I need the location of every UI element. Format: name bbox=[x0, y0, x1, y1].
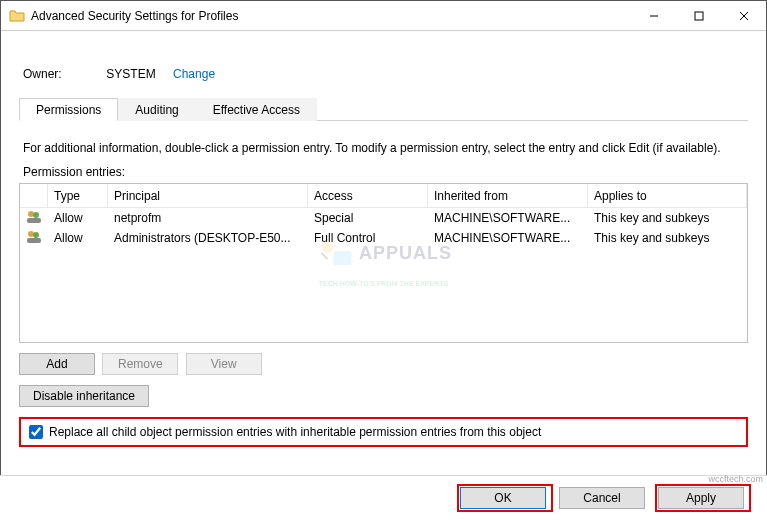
remove-button: Remove bbox=[102, 353, 178, 375]
grid-header[interactable]: Type Principal Access Inherited from App… bbox=[20, 184, 747, 208]
permissions-grid[interactable]: Type Principal Access Inherited from App… bbox=[19, 183, 748, 343]
ok-highlight: OK bbox=[457, 484, 553, 512]
minimize-button[interactable] bbox=[631, 1, 676, 30]
svg-point-1 bbox=[28, 211, 34, 217]
ok-button[interactable]: OK bbox=[460, 487, 546, 509]
user-group-icon bbox=[26, 229, 42, 245]
replace-entries-row[interactable]: Replace all child object permission entr… bbox=[19, 417, 748, 447]
close-button[interactable] bbox=[721, 1, 766, 30]
svg-rect-0 bbox=[695, 12, 703, 20]
user-group-icon bbox=[26, 209, 42, 225]
cell-principal: Administrators (DESKTOP-E50... bbox=[108, 231, 308, 245]
cell-inherited: MACHINE\SOFTWARE... bbox=[428, 231, 588, 245]
apply-button[interactable]: Apply bbox=[658, 487, 744, 509]
cell-applies: This key and subkeys bbox=[588, 231, 747, 245]
owner-value: SYSTEM bbox=[106, 67, 155, 81]
tab-strip: Permissions Auditing Effective Access bbox=[19, 97, 748, 121]
info-text: For additional information, double-click… bbox=[23, 141, 744, 155]
replace-entries-label: Replace all child object permission entr… bbox=[49, 425, 541, 439]
titlebar: Advanced Security Settings for Profiles bbox=[1, 1, 766, 31]
svg-rect-3 bbox=[27, 218, 41, 223]
table-row[interactable]: Allow Administrators (DESKTOP-E50... Ful… bbox=[20, 228, 747, 248]
owner-label: Owner: bbox=[23, 67, 103, 81]
maximize-button[interactable] bbox=[676, 1, 721, 30]
cell-type: Allow bbox=[48, 211, 108, 225]
cell-type: Allow bbox=[48, 231, 108, 245]
cancel-button[interactable]: Cancel bbox=[559, 487, 645, 509]
table-row[interactable]: Allow netprofm Special MACHINE\SOFTWARE.… bbox=[20, 208, 747, 228]
folder-icon bbox=[9, 8, 25, 24]
cell-applies: This key and subkeys bbox=[588, 211, 747, 225]
replace-entries-checkbox[interactable] bbox=[29, 425, 43, 439]
cell-principal: netprofm bbox=[108, 211, 308, 225]
source-watermark: wccftech.com bbox=[708, 474, 763, 484]
owner-row: Owner: SYSTEM Change bbox=[23, 67, 748, 81]
col-inherited[interactable]: Inherited from bbox=[428, 184, 588, 207]
col-applies[interactable]: Applies to bbox=[588, 184, 747, 207]
cell-access: Full Control bbox=[308, 231, 428, 245]
svg-point-5 bbox=[33, 232, 39, 238]
tab-auditing[interactable]: Auditing bbox=[118, 98, 195, 121]
cell-inherited: MACHINE\SOFTWARE... bbox=[428, 211, 588, 225]
row-buttons: Add Remove View bbox=[19, 353, 748, 375]
view-button: View bbox=[186, 353, 262, 375]
change-owner-link[interactable]: Change bbox=[173, 67, 215, 81]
svg-point-4 bbox=[28, 231, 34, 237]
entries-label: Permission entries: bbox=[23, 165, 744, 179]
tab-permissions[interactable]: Permissions bbox=[19, 98, 118, 121]
col-principal[interactable]: Principal bbox=[108, 184, 308, 207]
tab-effective-access[interactable]: Effective Access bbox=[196, 98, 317, 121]
window-title: Advanced Security Settings for Profiles bbox=[31, 9, 631, 23]
apply-highlight: Apply bbox=[655, 484, 751, 512]
disable-inheritance-button[interactable]: Disable inheritance bbox=[19, 385, 149, 407]
svg-point-2 bbox=[33, 212, 39, 218]
dialog-footer: OK Cancel Apply bbox=[0, 475, 767, 520]
add-button[interactable]: Add bbox=[19, 353, 95, 375]
svg-rect-6 bbox=[27, 238, 41, 243]
col-access[interactable]: Access bbox=[308, 184, 428, 207]
col-type[interactable]: Type bbox=[48, 184, 108, 207]
svg-rect-8 bbox=[333, 251, 351, 265]
cell-access: Special bbox=[308, 211, 428, 225]
